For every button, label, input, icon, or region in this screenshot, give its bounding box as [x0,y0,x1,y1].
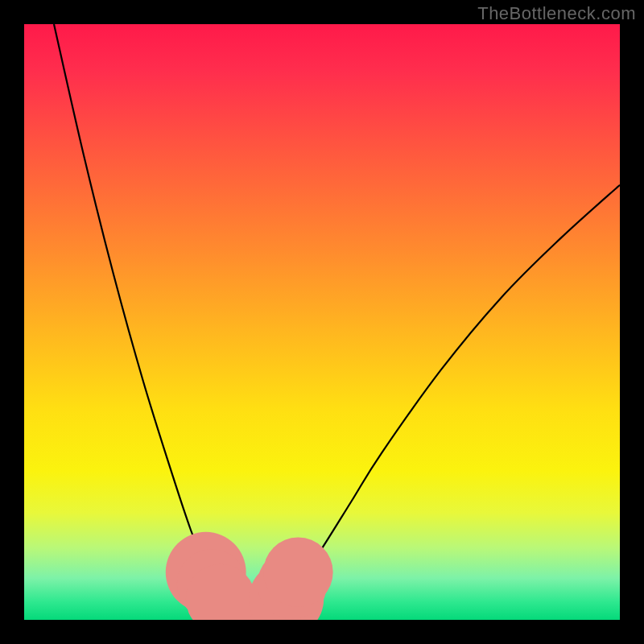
data-markers [166,532,333,620]
chart-plot-area [24,24,620,620]
data-marker [263,538,333,608]
right-curve-line [275,185,620,614]
left-curve-line [54,24,238,614]
watermark-text: TheBottleneck.com [477,3,636,24]
chart-svg [24,24,620,620]
